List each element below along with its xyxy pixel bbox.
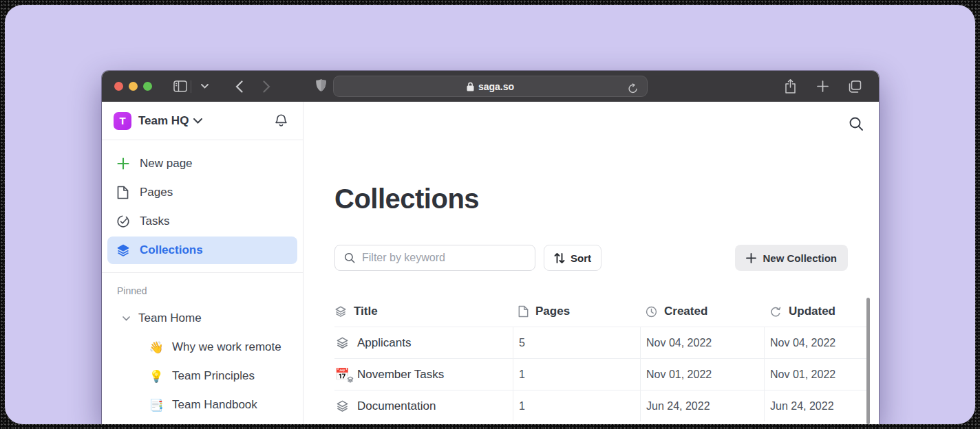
layers-icon: [334, 336, 350, 349]
table-row[interactable]: 📅 November Tasks 1 Nov 01, 2022: [334, 358, 869, 390]
toolbar: Sort New Collection: [334, 245, 848, 271]
sidebar-item-label: New page: [140, 157, 193, 170]
forward-button[interactable]: [257, 78, 275, 96]
lock-icon: [467, 82, 474, 91]
page-icon: [116, 186, 130, 199]
sort-button-label: Sort: [571, 252, 591, 264]
chevron-down-icon[interactable]: [122, 316, 130, 321]
share-icon[interactable]: [781, 78, 799, 96]
created-date: Jun 24, 2022: [646, 400, 710, 412]
pages-count: 5: [519, 337, 525, 349]
new-collection-button[interactable]: New Collection: [735, 245, 848, 271]
sidebar-item-collections[interactable]: Collections: [107, 236, 297, 264]
sidebar-item-new-page[interactable]: New page: [107, 150, 297, 177]
back-button[interactable]: [230, 78, 248, 96]
column-header-label: Pages: [535, 305, 570, 318]
close-window-button[interactable]: [114, 82, 123, 91]
new-collection-label: New Collection: [763, 252, 837, 264]
address-bar[interactable]: saga.so: [333, 76, 648, 97]
toolbar-divider: [191, 80, 191, 93]
pinned-item-label: Team Home: [138, 311, 202, 325]
collections-table: Title Pages: [334, 296, 869, 421]
search-icon: [343, 252, 356, 264]
layers-badge-icon: [347, 376, 354, 383]
cell-title[interactable]: 📅 November Tasks: [334, 368, 513, 382]
sidebar-toggle-icon[interactable]: [171, 78, 189, 96]
filter-input[interactable]: [362, 252, 526, 264]
browser-window: saga.so: [102, 71, 879, 424]
pinned-item-label: Team Principles: [172, 369, 255, 383]
sidebar: T Team HQ New page: [102, 102, 303, 424]
page-icon: [518, 305, 529, 318]
updated-date: Nov 01, 2022: [770, 368, 835, 381]
pages-count: 1: [519, 368, 525, 381]
column-header-pages[interactable]: Pages: [513, 305, 640, 318]
privacy-shield-icon[interactable]: [315, 78, 327, 96]
sort-button[interactable]: Sort: [544, 245, 601, 271]
collection-title: Applicants: [357, 336, 411, 350]
layers-icon: [116, 243, 130, 257]
pinned-item-label: Why we work remote: [172, 340, 281, 354]
created-date: Nov 04, 2022: [646, 337, 712, 349]
sidebar-nav: New page Pages: [102, 140, 303, 273]
workspace-avatar: T: [114, 112, 131, 130]
pages-count: 1: [519, 400, 525, 412]
plus-icon: [746, 253, 756, 263]
updated-date: Jun 24, 2022: [770, 400, 834, 412]
cell-title[interactable]: Applicants: [334, 336, 513, 350]
pinned-item-team-home[interactable]: Team Home: [107, 305, 297, 332]
address-url: saga.so: [478, 81, 514, 92]
refresh-icon: [769, 306, 782, 318]
updated-date: Nov 04, 2022: [770, 337, 835, 349]
plus-icon: [116, 157, 130, 170]
sidebar-item-label: Tasks: [140, 214, 169, 228]
pinned-item-label: Team Handbook: [172, 398, 257, 412]
table-row[interactable]: Applicants 5 Nov 04, 2022 Nov 04, 2022: [334, 327, 869, 358]
vertical-scrollbar[interactable]: [866, 298, 870, 424]
collection-title: Documentation: [357, 399, 436, 413]
chevron-down-icon[interactable]: [195, 78, 213, 96]
pinned-item-team-principles[interactable]: 💡 Team Principles: [107, 362, 297, 390]
sort-arrows-icon: [554, 252, 565, 264]
page-title: Collections: [334, 183, 879, 214]
workspace-switcher[interactable]: T Team HQ: [102, 102, 303, 140]
layers-icon: [334, 399, 350, 412]
pinned-section: Pinned Team Home 👋 Why we work remote 💡 …: [102, 273, 303, 420]
filter-input-wrapper[interactable]: [334, 245, 535, 271]
pinned-section-label: Pinned: [107, 283, 297, 303]
layers-icon: [334, 305, 347, 318]
clock-icon: [646, 306, 657, 318]
desktop-background: saga.so: [5, 5, 975, 424]
search-icon[interactable]: [848, 116, 864, 135]
zoom-window-button[interactable]: [143, 82, 152, 91]
pinned-item-team-handbook[interactable]: 📑 Team Handbook: [107, 391, 297, 419]
traffic-lights: [114, 82, 152, 91]
sidebar-item-pages[interactable]: Pages: [107, 179, 297, 206]
notifications-bell-icon[interactable]: [275, 113, 288, 128]
sidebar-item-tasks[interactable]: Tasks: [107, 208, 297, 235]
table-row[interactable]: Documentation 1 Jun 24, 2022 Jun 24, 202…: [334, 390, 869, 421]
chevron-down-icon: [193, 118, 202, 124]
column-header-label: Updated: [789, 305, 835, 318]
cell-title[interactable]: Documentation: [334, 399, 513, 413]
sidebar-item-label: Collections: [140, 243, 203, 257]
minimize-window-button[interactable]: [129, 82, 138, 91]
calendar-emoji-icon: 📅: [334, 368, 350, 380]
workspace-name: Team HQ: [138, 114, 189, 128]
main-content: Collections Sort: [303, 102, 879, 424]
column-header-updated[interactable]: Updated: [764, 305, 869, 318]
bulb-emoji-icon: 💡: [149, 369, 164, 384]
task-check-icon: [116, 214, 130, 228]
column-header-label: Title: [354, 305, 378, 318]
tab-overview-icon[interactable]: [846, 78, 864, 96]
sidebar-item-label: Pages: [140, 186, 173, 199]
column-header-title[interactable]: Title: [334, 305, 513, 318]
pinned-item-why-we-work-remote[interactable]: 👋 Why we work remote: [107, 333, 297, 361]
collection-title: November Tasks: [357, 368, 444, 382]
new-tab-icon[interactable]: [813, 78, 831, 96]
bookmark-tabs-emoji-icon: 📑: [149, 398, 164, 412]
reload-icon[interactable]: [624, 80, 641, 98]
column-header-label: Created: [664, 305, 707, 318]
wave-emoji-icon: 👋: [149, 340, 164, 355]
column-header-created[interactable]: Created: [640, 305, 764, 318]
